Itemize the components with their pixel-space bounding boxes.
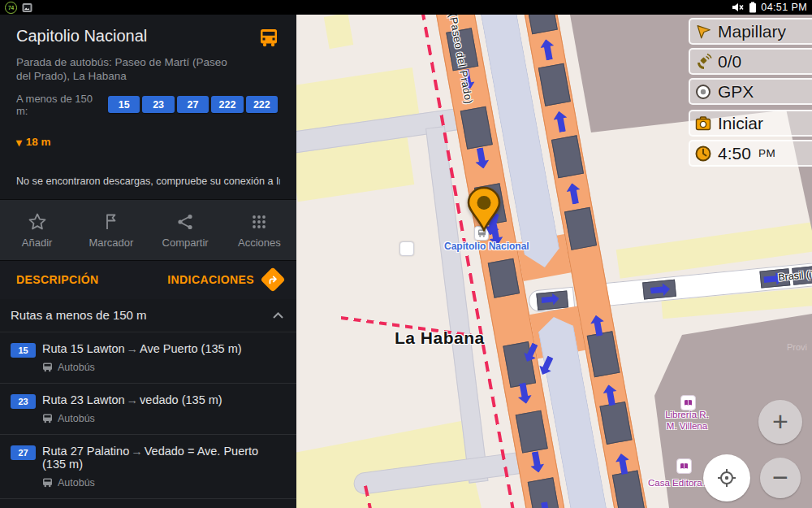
actions-label: Acciones — [238, 237, 281, 249]
action-bar: Añadir Marcador Compartir — [0, 199, 296, 260]
poi-label-libreria: Librería R. M. Villena — [650, 410, 723, 432]
widget-gps-info[interactable]: 0/0 — [689, 48, 812, 75]
grid-dots-icon — [248, 211, 270, 232]
widget-time-label: 4:50 — [718, 144, 751, 163]
map-pin[interactable] — [465, 185, 503, 234]
map-building — [525, 15, 558, 34]
route-arrow: → — [129, 445, 145, 458]
route-badge[interactable]: 222 — [246, 96, 278, 113]
route-badge[interactable]: 222 — [211, 96, 243, 113]
download-notice: No se encontraron descargas, compruebe s… — [16, 176, 280, 187]
target-icon — [715, 467, 738, 489]
map-area — [324, 15, 353, 49]
map-building — [538, 63, 571, 106]
route-dest: vedado (135 m) — [140, 393, 222, 406]
status-bar: 74 04:51 PM — [0, 0, 812, 15]
clock-text: 04:51 PM — [761, 2, 807, 13]
mapillary-icon — [694, 23, 712, 41]
my-location-button[interactable] — [703, 454, 750, 501]
widget-start-recording[interactable]: Iniciar — [689, 110, 812, 137]
tab-directions-label: INDICACIONES — [167, 273, 254, 286]
record-icon — [694, 83, 712, 101]
route-type: Autobús — [58, 413, 95, 424]
map-building — [551, 135, 584, 178]
route-arrow: → — [125, 393, 140, 406]
bus-icon — [42, 478, 53, 488]
bus-icon — [42, 414, 53, 423]
clock-icon — [694, 145, 712, 163]
route-name: Ruta 15 Lawton — [42, 342, 125, 355]
mute-vibrate-icon — [731, 2, 745, 13]
tab-description[interactable]: DESCRIPCIÓN — [16, 273, 99, 286]
widget-time[interactable]: 4:50 PM — [689, 140, 812, 167]
elevation-arrow-icon: ▾ — [16, 136, 22, 149]
map-building — [599, 402, 632, 445]
chevron-up-icon — [272, 311, 284, 319]
map-building — [564, 207, 597, 250]
route-badge[interactable]: 27 — [177, 96, 209, 113]
direction-arrow-icon — [539, 38, 556, 62]
widget-start-label: Iniciar — [718, 114, 763, 133]
route-badge[interactable]: 15 — [108, 96, 140, 113]
route-type: Autobús — [58, 477, 95, 488]
zoom-in-glyph: + — [772, 407, 788, 435]
star-icon — [27, 211, 48, 232]
routes-section-header[interactable]: Rutas a menos de 150 m — [0, 299, 296, 332]
zoom-in-button[interactable]: + — [758, 400, 802, 444]
book-icon — [676, 458, 692, 474]
map-building — [460, 106, 493, 150]
widget-gps-label: 0/0 — [718, 52, 741, 72]
proximity-label: A menos de 150 m: — [16, 93, 102, 117]
route-arrow: → — [125, 342, 140, 355]
route-row[interactable]: 23 Ruta 23 Lawton→vedado (135 m) Autobús — [0, 384, 296, 435]
route-badge[interactable]: 23 — [142, 96, 174, 113]
poi-context-panel: Capitolio Nacional Parada de autobús: Pa… — [0, 15, 296, 508]
share-button[interactable]: Compartir — [149, 211, 222, 249]
screenshot-icon — [22, 2, 32, 13]
direction-arrow-icon — [528, 450, 545, 474]
widget-gpx[interactable]: GPX — [689, 78, 812, 105]
satellite-icon — [694, 53, 712, 71]
poi-label-capitolio: Capitolio Nacional — [444, 241, 529, 252]
route-type: Autobús — [58, 362, 95, 373]
route-badge: 15 — [11, 343, 36, 358]
province-label: Provi — [787, 342, 807, 352]
app-window: 74 04:51 PM Capitolio Nacional — [0, 0, 812, 508]
bus-icon — [42, 363, 53, 372]
widget-mapillary[interactable]: Mapillary — [689, 18, 812, 45]
route-row[interactable]: 15 Ruta 15 Lawton→Ave Puerto (135 m) Aut… — [0, 332, 296, 384]
add-button[interactable]: Añadir — [0, 211, 74, 249]
map-building — [587, 331, 620, 377]
tab-directions[interactable]: INDICACIONES — [167, 271, 285, 289]
route-row[interactable]: 222 Ruta 222 Lisa→Parque Central (135 m)… — [0, 499, 296, 508]
widget-mapillary-label: Mapillary — [718, 22, 786, 41]
direction-arrow-icon — [473, 146, 490, 170]
widget-gpx-label: GPX — [718, 82, 754, 102]
map-building — [488, 258, 520, 298]
route-row[interactable]: 27 Ruta 27 Palatino→Vedado = Ave. Puerto… — [0, 435, 296, 499]
camera-icon — [694, 115, 712, 132]
route-name: Ruta 27 Palatino — [42, 445, 129, 458]
zoom-out-glyph: − — [772, 463, 788, 491]
tab-bar: DESCRIPCIÓN INDICACIONES — [0, 260, 296, 299]
marker-label: Marcador — [89, 237, 133, 249]
widget-time-suffix: PM — [758, 147, 775, 159]
page-title: Capitolio Nacional — [16, 27, 257, 46]
battery-percent-icon: 74 — [5, 2, 17, 14]
direction-arrow-icon — [552, 110, 569, 133]
flag-icon — [101, 211, 122, 232]
book-icon — [680, 395, 696, 410]
actions-button[interactable]: Acciones — [222, 211, 296, 249]
nearby-routes-row: A menos de 150 m: 15 23 27 222 222 — [16, 93, 280, 117]
battery-icon — [749, 2, 757, 13]
poi-icon — [400, 241, 414, 256]
routes-header-label: Rutas a menos de 150 m — [11, 308, 147, 322]
route-dest: Ave Puerto (135 m) — [140, 342, 241, 355]
share-icon — [175, 211, 196, 232]
marker-button[interactable]: Marcador — [74, 211, 148, 249]
share-label: Compartir — [162, 237, 209, 249]
zoom-out-button[interactable]: − — [760, 458, 801, 498]
map-canvas[interactable]: Brasil (Teniente R — [296, 15, 812, 508]
map-building — [516, 410, 548, 454]
directions-diamond-icon — [260, 267, 285, 293]
